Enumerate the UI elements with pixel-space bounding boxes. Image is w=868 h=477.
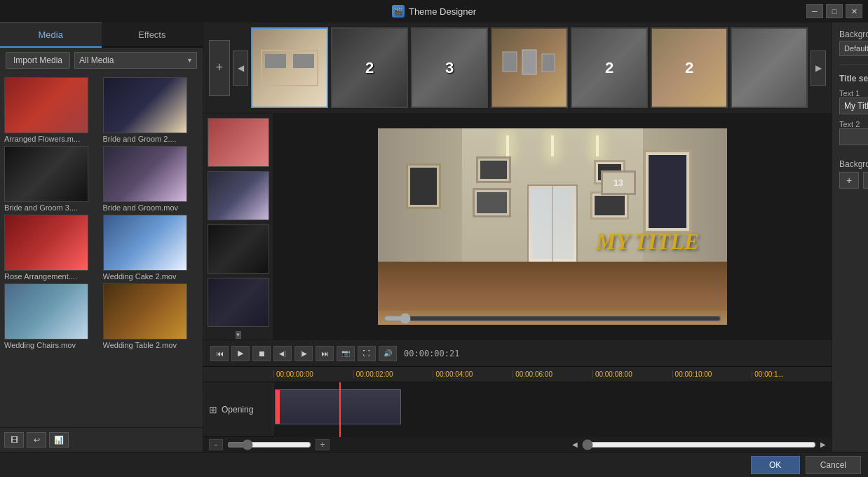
zoom-slider[interactable] <box>227 439 311 450</box>
list-item[interactable] <box>208 171 269 220</box>
text1-label: Text 1 <box>839 89 868 98</box>
list-item[interactable]: Rose Arrangement.... <box>4 215 100 281</box>
next-theme-button[interactable]: ▶ <box>811 51 826 86</box>
theme-thumbnails: 2 3 <box>251 27 808 108</box>
ruler-mark: 00:00:06:00 <box>513 370 592 378</box>
bg-music-select-wrapper: Default (First Page) None Custom <box>839 41 868 56</box>
track-clip[interactable] <box>275 389 401 424</box>
play-button[interactable]: ▶ <box>231 346 250 361</box>
center-panel: + ◀ 2 <box>203 22 832 452</box>
all-media-select[interactable]: All Media <box>74 52 197 69</box>
list-item[interactable]: Wedding Cake 2.mov <box>103 215 199 281</box>
list-item[interactable] <box>208 278 269 327</box>
wall-frame-left <box>406 163 441 209</box>
zoom-out-button[interactable]: - <box>209 439 223 450</box>
timeline-track: ⊞ Opening <box>203 382 832 437</box>
bg-buttons: + ⊘ <box>839 172 868 189</box>
media-grid: Arranged Flowers.m... Bride and Groom 2.… <box>0 73 203 427</box>
maximize-button[interactable]: □ <box>826 4 843 18</box>
list-item[interactable]: Arranged Flowers.m... <box>4 77 100 143</box>
timeline: 00:00:00:00 00:00:02:00 00:00:04:00 00:0… <box>203 366 832 436</box>
media-thumbnail <box>4 77 88 133</box>
remove-bg-button[interactable]: ⊘ <box>863 172 868 189</box>
prev-frame-button[interactable]: ◀| <box>273 346 292 361</box>
import-media-button[interactable]: Import Media <box>6 52 70 69</box>
track-name: Opening <box>222 405 253 415</box>
tab-media[interactable]: Media <box>0 22 102 48</box>
stop-button[interactable]: ⏹ <box>252 346 271 361</box>
zoom-in-button[interactable]: + <box>316 439 330 450</box>
go-to-start-button[interactable]: ⏮ <box>210 346 229 361</box>
text2-group: Text 2 <box>839 120 868 145</box>
theme-thumb-3[interactable]: 3 <box>411 27 488 108</box>
left-panel: Media Effects Import Media All Media Arr… <box>0 22 203 452</box>
divider <box>839 65 868 65</box>
cancel-button[interactable]: Cancel <box>806 456 861 474</box>
theme-thumb-2[interactable]: 2 <box>331 27 408 108</box>
wall-frame <box>473 188 511 217</box>
all-media-select-wrapper: All Media <box>74 52 197 69</box>
wall-frame <box>590 192 629 220</box>
close-button[interactable]: ✕ <box>846 4 862 18</box>
scroll-down-thumb[interactable]: ▼ <box>236 331 241 339</box>
list-item[interactable] <box>208 118 269 167</box>
background-section: Background + ⊘ <box>839 156 868 189</box>
minimize-button[interactable]: ─ <box>806 4 823 18</box>
bottom-bar: OK Cancel <box>0 452 868 477</box>
scroll-right-button[interactable]: ▶ <box>820 441 826 448</box>
track-area[interactable] <box>273 382 832 437</box>
text2-input[interactable] <box>839 128 868 145</box>
room-door <box>527 184 578 262</box>
scroll-left-button[interactable]: ◀ <box>572 441 578 448</box>
chart-icon-button[interactable]: 📊 <box>49 432 69 448</box>
list-item[interactable]: Bride and Groom 2.... <box>103 77 199 143</box>
ruler-labels: 00:00:00:00 00:00:02:00 00:00:04:00 00:0… <box>273 370 832 378</box>
timeline-scroll-slider[interactable] <box>582 439 816 450</box>
media-label: Bride and Groom 2.... <box>103 135 187 143</box>
add-bg-button[interactable]: + <box>839 172 859 189</box>
next-frame-button[interactable]: |▶ <box>294 346 313 361</box>
right-panel: Background music: Default (First Page) N… <box>832 22 868 452</box>
bg-music-label: Background music: <box>839 29 868 39</box>
thumbnail-list: ▼ <box>203 114 273 340</box>
svg-rect-2 <box>293 54 314 68</box>
wall-frame-tall <box>643 149 692 234</box>
list-item[interactable]: Wedding Chairs.mov <box>4 283 100 349</box>
ok-button[interactable]: OK <box>751 456 800 474</box>
text1-input[interactable] <box>839 98 868 114</box>
filmstrip-icon-button[interactable]: 🎞 <box>4 432 24 448</box>
prev-theme-button[interactable]: ◀ <box>233 51 248 86</box>
theme-thumb-6[interactable]: 2 <box>651 27 728 108</box>
ceiling-lights <box>506 135 599 156</box>
track-label: ⊞ Opening <box>203 382 273 437</box>
title-settings-section: Title settings Text 1 Text 2 <box>839 74 868 145</box>
theme-thumb-4[interactable] <box>491 27 568 108</box>
media-thumbnail <box>4 146 88 202</box>
theme-thumb-7[interactable] <box>731 27 808 108</box>
snapshot-button[interactable]: 📷 <box>337 346 355 361</box>
audio-button[interactable]: 🔊 <box>379 346 397 361</box>
media-label: Arranged Flowers.m... <box>4 135 88 143</box>
fullscreen-button[interactable]: ⛶ <box>358 346 376 361</box>
bg-label: Background <box>839 159 868 169</box>
preview-seek-slider[interactable] <box>384 313 721 324</box>
track-icon: ⊞ <box>209 404 217 415</box>
list-item[interactable]: Wedding Table 2.mov <box>103 283 199 349</box>
media-label: Wedding Chairs.mov <box>4 341 88 349</box>
media-thumbnail <box>4 215 88 271</box>
ruler-mark: 00:00:00:00 <box>273 370 353 378</box>
list-item[interactable]: Bride and Groom.mov <box>103 146 199 212</box>
go-to-end-button[interactable]: ⏭ <box>316 346 334 361</box>
tab-effects[interactable]: Effects <box>102 22 203 48</box>
theme-thumb-1[interactable] <box>251 27 328 108</box>
list-item[interactable]: Bride and Groom 3.... <box>4 146 100 212</box>
undo-icon-button[interactable]: ↩ <box>27 432 46 448</box>
list-item[interactable] <box>208 224 269 274</box>
preview-title-text: MY TITLE <box>596 229 699 255</box>
title-bar-title: 🎬 Theme Designer <box>392 5 476 18</box>
add-theme-button[interactable]: + <box>209 40 230 96</box>
app-icon: 🎬 <box>392 5 405 18</box>
theme-thumb-5[interactable]: 2 <box>571 27 648 108</box>
import-toolbar: Import Media All Media <box>0 48 203 73</box>
bg-music-select[interactable]: Default (First Page) None Custom <box>839 41 868 56</box>
